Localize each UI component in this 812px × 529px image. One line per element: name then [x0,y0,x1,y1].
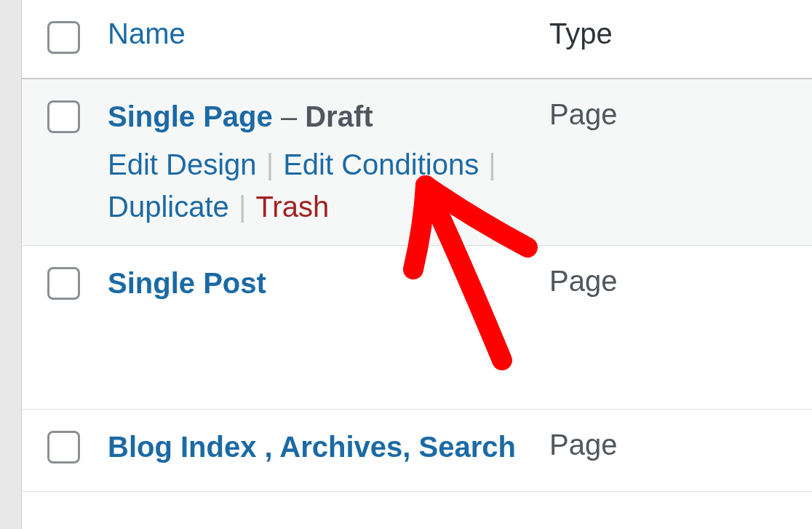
edit-conditions-link[interactable]: Edit Conditions [283,148,479,180]
row-checkbox[interactable] [47,267,80,300]
table-row: Single Post Page [22,246,812,410]
templates-table: Name Type Single Page – Draft Edit Desig… [22,0,812,492]
admin-sidebar-edge [0,0,22,529]
table-row: Blog Index , Archives, Search Page [22,410,812,492]
select-all-checkbox[interactable] [47,21,80,54]
template-title-link[interactable]: Blog Index , Archives, Search [108,431,516,463]
table-header-row: Name Type [22,0,812,79]
trash-link[interactable]: Trash [255,191,329,223]
template-type: Page [549,410,812,492]
template-type: Page [549,79,812,246]
template-title-link[interactable]: Single Post [108,267,266,299]
status-badge: Draft [305,100,373,132]
action-separator: | [229,191,256,223]
template-type: Page [549,246,812,410]
edit-design-link[interactable]: Edit Design [108,148,257,180]
row-actions: Edit Design | Edit Conditions | Duplicat… [108,143,528,228]
action-separator: | [257,148,284,180]
status-separator: – [281,100,305,132]
column-header-type: Type [549,0,812,79]
duplicate-link[interactable]: Duplicate [108,191,229,223]
column-header-name[interactable]: Name [108,17,186,49]
row-checkbox[interactable] [47,100,80,133]
table-row: Single Page – Draft Edit Design | Edit C… [22,79,812,246]
row-checkbox[interactable] [47,431,80,464]
action-separator: | [479,148,498,180]
template-title-link[interactable]: Single Page [108,100,273,132]
